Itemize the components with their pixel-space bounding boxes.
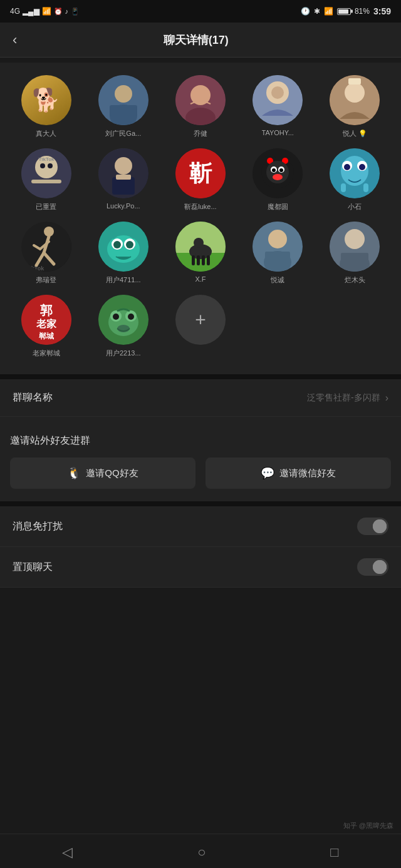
member-item[interactable]: 郭 老家 郸城 老家郸城 [10, 295, 82, 358]
svg-point-1 [115, 85, 132, 103]
svg-point-11 [345, 83, 365, 103]
svg-point-80 [113, 314, 119, 320]
svg-point-69 [345, 229, 365, 249]
member-name: 真大人 [36, 129, 56, 138]
member-item[interactable]: 魔都圆 [242, 148, 314, 212]
invite-qq-label: 邀请QQ好友 [86, 467, 138, 479]
svg-rect-21 [112, 177, 135, 195]
avatar: 靳 [175, 148, 226, 198]
member-item[interactable]: 悦人 💡 [319, 75, 391, 138]
member-item[interactable]: 🐕 真大人 [10, 75, 82, 138]
pin-row[interactable]: 置顶聊天 [0, 547, 401, 588]
member-item[interactable]: 烂木头 [319, 222, 391, 285]
svg-text:靳: 靳 [189, 160, 212, 186]
invite-section: 邀请站外好友进群 🐧 邀请QQ好友 💬 邀请微信好友 [0, 422, 401, 501]
invite-qq-button[interactable]: 🐧 邀请QQ好友 [10, 457, 195, 489]
member-item[interactable]: TikTok 已重置 [10, 148, 82, 212]
member-item[interactable]: TAYOHY... [242, 75, 314, 138]
invite-buttons-container: 🐧 邀请QQ好友 💬 邀请微信好友 [10, 457, 391, 489]
svg-rect-17 [31, 180, 61, 183]
add-member-item[interactable]: + · [164, 295, 236, 358]
qq-icon: 🐧 [67, 466, 81, 480]
member-name: 靳磊luke... [184, 202, 216, 212]
svg-rect-63 [207, 255, 210, 265]
svg-rect-67 [265, 252, 290, 263]
header: ‹ 聊天详情(17) [0, 23, 401, 58]
pin-toggle[interactable] [357, 558, 388, 576]
status-bar: 4G ▂▄▆ 📶 ⏰ ♪ 📱 🕐 ✱ 📶 81% 3:59 [0, 0, 401, 23]
svg-text:老家: 老家 [36, 318, 57, 329]
tiktok-icon: ♪ [65, 8, 69, 15]
mute-label: 消息免打扰 [13, 520, 357, 533]
svg-rect-43 [341, 183, 346, 192]
member-item[interactable]: TikTok 弗瑞登 [10, 222, 82, 285]
status-left: 4G ▂▄▆ 📶 ⏰ ♪ 📱 [10, 7, 80, 16]
mute-toggle[interactable] [357, 518, 388, 535]
avatar [330, 222, 380, 272]
status-right: 🕐 ✱ 📶 81% 3:59 [301, 6, 391, 16]
member-item[interactable]: 小石 [319, 148, 391, 212]
home-nav-button[interactable]: ○ [185, 842, 218, 863]
recents-nav-button[interactable]: □ [318, 842, 351, 863]
svg-point-65 [268, 230, 287, 248]
mute-row[interactable]: 消息免打扰 [0, 506, 401, 547]
settings-section: 群聊名称 泛零售社群-多闪群 › 邀请站外好友进群 🐧 邀请QQ好友 💬 邀请微… [0, 379, 401, 588]
members-grid: 🐕 真大人 刘广民Ga... [10, 75, 391, 368]
back-button[interactable]: ‹ [13, 32, 17, 48]
group-name-label: 群聊名称 [13, 391, 307, 404]
app-icon: 📱 [71, 8, 80, 16]
svg-rect-71 [341, 253, 368, 264]
svg-point-20 [115, 157, 132, 175]
avatar [98, 75, 148, 125]
invite-wechat-button[interactable]: 💬 邀请微信好友 [206, 457, 391, 489]
member-item[interactable]: X.F [164, 222, 236, 285]
svg-point-41 [344, 164, 350, 170]
avatar [253, 75, 303, 125]
svg-text:TikTok: TikTok [38, 156, 55, 162]
back-nav-button[interactable]: ◁ [49, 842, 85, 863]
member-item[interactable]: 用户4711... [87, 222, 159, 285]
svg-point-15 [40, 163, 45, 168]
member-name: 已重置 [36, 202, 56, 212]
avatar: 🐕 [21, 75, 71, 125]
member-name: 魔都圆 [268, 202, 288, 212]
svg-point-59 [194, 238, 204, 248]
member-item[interactable]: 乔健 [164, 75, 236, 138]
bottom-nav: ◁ ○ □ [0, 834, 401, 868]
avatar [253, 222, 303, 272]
member-item[interactable]: 用户2213... [87, 295, 159, 358]
member-item[interactable]: 悦诚 [242, 222, 314, 285]
add-member-button[interactable]: + [175, 295, 226, 345]
avatar [175, 75, 226, 125]
group-name-row[interactable]: 群聊名称 泛零售社群-多闪群 › [0, 379, 401, 417]
svg-rect-22 [116, 175, 131, 180]
member-item[interactable]: Lucky.Po... [87, 148, 159, 212]
member-name: 用户4711... [106, 275, 141, 285]
watermark: 知乎 @黑啤先森 [343, 821, 393, 830]
signal-text: 4G [10, 7, 20, 16]
svg-text:郭: 郭 [39, 304, 53, 317]
svg-point-42 [359, 164, 365, 170]
avatar [98, 148, 148, 198]
group-name-value: 泛零售社群-多闪群 [307, 392, 380, 404]
avatar [98, 222, 148, 272]
avatar [175, 222, 226, 272]
svg-rect-3 [110, 105, 137, 116]
svg-point-52 [113, 241, 121, 248]
svg-point-38 [341, 156, 368, 186]
invite-title: 邀请站外好友进群 [10, 434, 391, 447]
member-name: 乔健 [194, 129, 207, 138]
member-name: 悦人 💡 [343, 129, 367, 138]
member-item[interactable]: 靳 靳磊luke... [164, 148, 236, 212]
member-name: 悦诚 [271, 275, 284, 285]
member-name: 弗瑞登 [36, 275, 56, 285]
avatar [330, 75, 380, 125]
svg-point-81 [128, 314, 134, 320]
svg-rect-62 [202, 255, 205, 265]
signal-icon: 📶 [324, 7, 333, 16]
member-name: TAYOHY... [262, 129, 294, 136]
member-item[interactable]: 刘广民Ga... [87, 75, 159, 138]
avatar [98, 295, 148, 345]
member-name: 烂木头 [345, 275, 365, 285]
svg-rect-12 [348, 78, 361, 84]
